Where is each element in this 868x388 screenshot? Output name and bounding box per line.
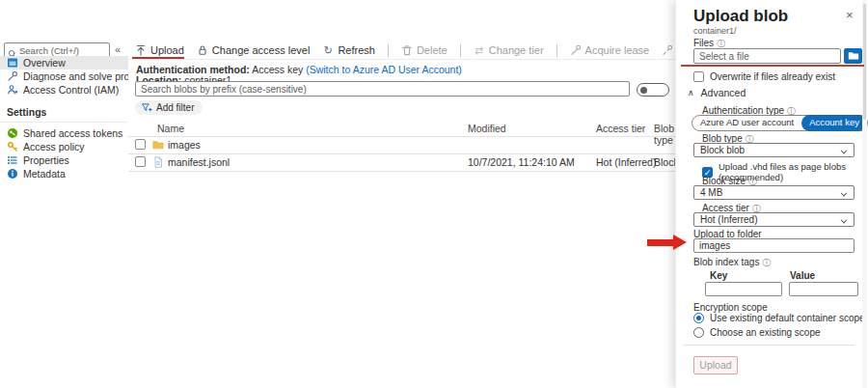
tag-value-input[interactable] <box>789 282 858 296</box>
blob-search-box[interactable] <box>135 81 630 97</box>
key-icon <box>7 141 18 152</box>
cell-blob: Block blob <box>654 156 675 168</box>
file-icon <box>152 156 164 168</box>
sidebar-item-label: Metadata <box>23 168 66 180</box>
toolbar-button-label: Refresh <box>338 44 375 56</box>
blob-type-dropdown[interactable]: Block blob <box>693 143 854 157</box>
main-content: UploadChange access level↻RefreshDelete⇄… <box>128 0 675 388</box>
scrollbar-thumb[interactable] <box>863 4 866 120</box>
properties-icon <box>7 154 18 166</box>
info-icon: ⓘ <box>717 39 725 48</box>
toolbar-button-change-access-level[interactable]: Change access level <box>197 44 311 56</box>
toolbar-button-label: Change tier <box>489 44 544 56</box>
encryption-default-radio-row[interactable]: Use existing default container scope <box>693 313 865 323</box>
toolbar-button-change-tier[interactable]: ⇄Change tier <box>474 44 544 56</box>
divider <box>684 345 854 346</box>
sidebar-item-label: Overview <box>23 57 66 69</box>
radio-default-scope[interactable] <box>693 313 704 323</box>
sidebar-item-properties[interactable]: Properties <box>0 153 128 167</box>
encryption-scope-label: Encryption scope <box>693 302 768 313</box>
column-header-name[interactable]: Name <box>157 123 184 134</box>
auth-option-account-key[interactable]: Account key <box>801 115 867 131</box>
overwrite-checkbox-row[interactable]: Overwrite if files already exist <box>693 71 835 82</box>
add-filter-label: Add filter <box>156 102 194 113</box>
file-input[interactable] <box>693 48 841 64</box>
advanced-section-toggle[interactable]: ∧ Advanced <box>688 87 746 98</box>
sidebar-item-shared-access-tokens[interactable]: Shared access tokens <box>0 126 128 140</box>
tag-key-input[interactable] <box>705 282 782 296</box>
column-header-modified[interactable]: Modified <box>468 123 506 134</box>
browse-folder-button[interactable] <box>844 48 862 64</box>
folder-icon <box>152 139 164 151</box>
auth-option-azure-ad[interactable]: Azure AD user account <box>692 115 801 131</box>
blob-index-tags-label: Blob index tagsⓘ <box>693 257 771 269</box>
toolbar: UploadChange access level↻RefreshDelete⇄… <box>135 42 675 58</box>
panel-subtitle: container1/ <box>693 26 737 36</box>
sidebar-group-settings: Settings <box>0 105 128 119</box>
overwrite-checkbox[interactable] <box>693 71 704 82</box>
sidebar-search-input[interactable] <box>19 45 102 56</box>
panel-scrollbar[interactable] <box>862 0 867 388</box>
blob-type-value: Block blob <box>700 145 745 155</box>
cell-modified: 10/7/2021, 11:24:10 AM <box>468 156 575 168</box>
radio-existing-scope[interactable] <box>693 327 704 338</box>
toolbar-button-break-lease[interactable]: Break lease <box>662 44 675 56</box>
overwrite-label: Overwrite if files already exist <box>710 71 835 82</box>
upload-submit-button[interactable]: Upload <box>693 356 738 374</box>
toolbar-button-label: Delete <box>417 44 448 56</box>
sidebar-item-access-policy[interactable]: Access policy <box>0 140 128 153</box>
close-icon[interactable]: × <box>846 8 854 22</box>
file-picker-row <box>693 48 862 64</box>
advanced-label: Advanced <box>701 87 746 98</box>
sidebar-item-label: Shared access tokens <box>23 127 122 139</box>
toggle-knob <box>640 87 647 94</box>
add-filter-button[interactable]: Add filter <box>135 100 203 115</box>
panel-title: Upload blob <box>693 7 788 26</box>
divider <box>128 59 675 60</box>
tags-value-header: Value <box>790 270 815 281</box>
sidebar-item-metadata[interactable]: Metadata <box>0 167 128 180</box>
azure-portal-window: Home>storage001test> container1 … Contai… <box>0 0 868 388</box>
row-checkbox[interactable] <box>135 156 146 167</box>
sidebar-nav: OverviewDiagnose and solve problemsAcces… <box>0 56 128 180</box>
toolbar-button-refresh[interactable]: ↻Refresh <box>322 44 375 56</box>
info-icon <box>7 168 18 180</box>
breaklease-icon <box>662 44 673 56</box>
chevron-down-icon <box>841 190 848 197</box>
lock-icon <box>197 44 208 56</box>
toolbar-button-label: Acquire lease <box>585 44 650 56</box>
tags-key-header: Key <box>710 270 727 281</box>
annotation-underline-files <box>681 65 864 67</box>
chevron-down-icon <box>841 148 848 154</box>
access-tier-dropdown[interactable]: Hot (Inferred) <box>693 212 854 227</box>
block-size-dropdown[interactable]: 4 MB <box>693 185 854 200</box>
sidebar-item-diagnose-and-solve-problems[interactable]: Diagnose and solve problems <box>0 69 128 83</box>
cell-name[interactable]: manifest.jsonl <box>168 156 230 168</box>
upload-to-folder-input[interactable] <box>693 238 854 253</box>
sidebar-item-access-control-iam[interactable]: Access Control (IAM) <box>0 83 128 97</box>
row-checkbox[interactable] <box>135 139 146 150</box>
toolbar-button-upload[interactable]: Upload <box>135 44 184 56</box>
sidebar-item-overview[interactable]: Overview <box>0 56 128 69</box>
show-deleted-blobs-toggle[interactable] <box>637 83 669 97</box>
switch-auth-link[interactable]: (Switch to Azure AD User Account) <box>306 64 462 75</box>
divider <box>0 122 128 123</box>
sidebar-collapse-button[interactable]: « <box>115 43 121 55</box>
table-row-manifest-jsonl[interactable]: manifest.jsonl10/7/2021, 11:24:10 AMHot … <box>128 154 675 171</box>
sidebar-item-label: Access Control (IAM) <box>23 84 119 96</box>
blob-search-input[interactable] <box>141 84 624 95</box>
encryption-existing-radio-row[interactable]: Choose an existing scope <box>693 327 821 338</box>
toolbar-button-acquire-lease[interactable]: Acquire lease <box>570 44 650 56</box>
annotation-arrow <box>647 235 688 250</box>
refresh-icon: ↻ <box>322 44 334 56</box>
lease-icon <box>570 44 582 56</box>
toolbar-button-delete[interactable]: Delete <box>401 44 448 56</box>
cell-name[interactable]: images <box>168 139 201 151</box>
upload-blob-panel: Upload blob × container1/ Filesⓘ Overwri… <box>675 0 868 388</box>
chevron-up-icon: ∧ <box>688 88 694 97</box>
table-row-images[interactable]: images <box>128 137 675 153</box>
upload-icon <box>135 44 147 56</box>
toolbar-separator <box>388 44 389 57</box>
column-header-access-tier[interactable]: Access tier <box>596 123 645 134</box>
toolbar-button-label: Upload <box>150 44 184 56</box>
